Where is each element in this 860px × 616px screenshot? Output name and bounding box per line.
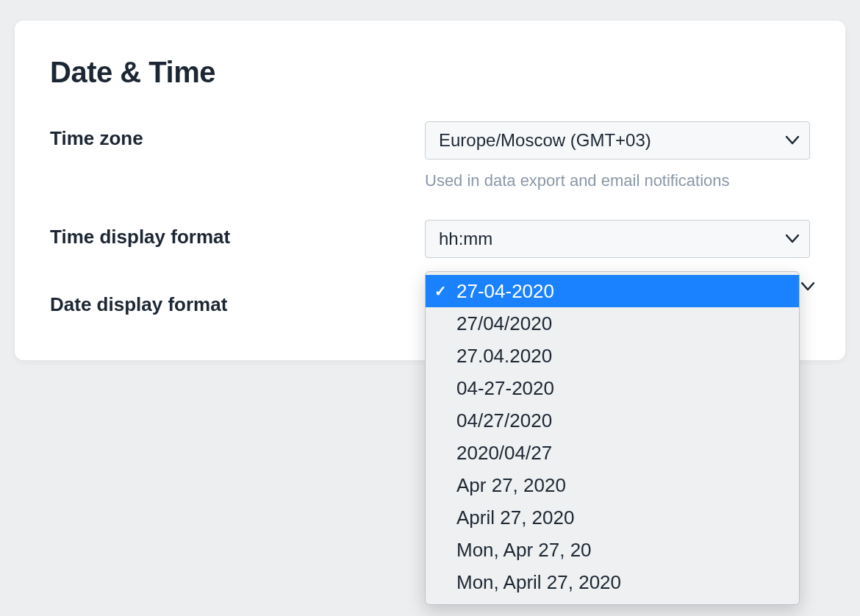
date-format-dropdown[interactable]: ✓ 27-04-2020 27/04/2020 27.04.2020 04-27… xyxy=(425,271,800,605)
card-title: Date & Time xyxy=(50,56,810,89)
timezone-select-value: Europe/Moscow (GMT+03) xyxy=(439,130,651,151)
date-format-option[interactable]: 27/04/2020 xyxy=(426,307,799,340)
option-label: Mon, Apr 27, 20 xyxy=(456,539,592,562)
date-format-option[interactable]: 04-27-2020 xyxy=(426,372,799,404)
date-format-option[interactable]: 2020/04/27 xyxy=(426,437,799,469)
date-format-option[interactable]: ✓ 27-04-2020 xyxy=(426,275,799,307)
time-format-control: hh:mm xyxy=(425,220,810,258)
date-format-label: Date display format xyxy=(50,287,425,316)
option-label: 04/27/2020 xyxy=(456,409,552,432)
option-label: April 27, 2020 xyxy=(456,506,574,529)
time-format-label: Time display format xyxy=(50,220,425,248)
option-label: 2020/04/27 xyxy=(456,442,552,465)
time-format-select[interactable]: hh:mm xyxy=(425,220,810,258)
chevron-down-icon xyxy=(786,234,799,243)
option-label: Mon, April 27, 2020 xyxy=(456,571,621,594)
option-label: 27.04.2020 xyxy=(456,345,552,368)
date-format-option[interactable]: 04/27/2020 xyxy=(426,404,799,437)
date-format-option[interactable]: Apr 27, 2020 xyxy=(426,469,799,501)
date-format-option[interactable]: April 27, 2020 xyxy=(426,501,799,534)
option-label: 04-27-2020 xyxy=(456,377,554,400)
time-format-select-value: hh:mm xyxy=(439,229,492,249)
timezone-label: Time zone xyxy=(50,121,425,150)
check-icon: ✓ xyxy=(434,282,447,300)
option-label: Apr 27, 2020 xyxy=(456,474,566,497)
timezone-row: Time zone Europe/Moscow (GMT+03) Used in… xyxy=(50,121,810,190)
option-label: 27/04/2020 xyxy=(456,312,552,335)
date-format-option[interactable]: Mon, April 27, 2020 xyxy=(426,566,799,598)
chevron-down-icon xyxy=(786,136,799,145)
timezone-control: Europe/Moscow (GMT+03) Used in data expo… xyxy=(425,121,810,190)
chevron-down-icon xyxy=(801,281,814,294)
timezone-help-text: Used in data export and email notificati… xyxy=(425,171,810,190)
timezone-select[interactable]: Europe/Moscow (GMT+03) xyxy=(425,121,810,160)
option-label: 27-04-2020 xyxy=(456,280,554,303)
date-format-option[interactable]: 27.04.2020 xyxy=(426,340,799,372)
time-format-row: Time display format hh:mm xyxy=(50,220,810,258)
date-format-option[interactable]: Mon, Apr 27, 20 xyxy=(426,534,799,566)
